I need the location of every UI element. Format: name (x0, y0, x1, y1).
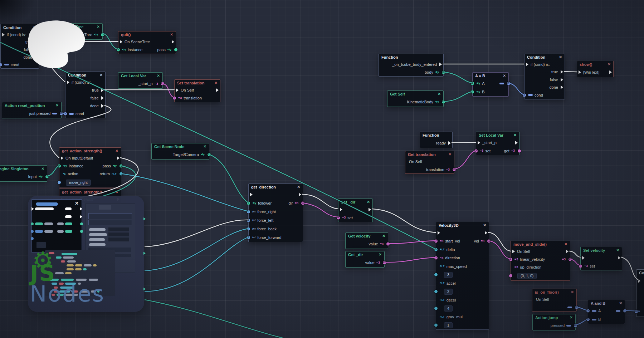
obj-out-port[interactable] (442, 71, 445, 74)
value-field[interactable]: 1 (444, 322, 453, 328)
obj-out-port[interactable] (45, 175, 49, 178)
obj-in-port[interactable] (247, 202, 250, 205)
obj-in-port[interactable] (117, 48, 120, 52)
exec-out-port[interactable] (566, 250, 569, 253)
exec-out-port[interactable] (101, 88, 104, 92)
exec-out-port[interactable] (101, 104, 104, 108)
exec-out-port[interactable] (216, 88, 219, 92)
flt-in-port[interactable] (434, 248, 438, 251)
flt-out-port[interactable] (119, 172, 123, 176)
exec-in-port[interactable] (582, 256, 585, 260)
close-icon[interactable]: ✕ (570, 316, 573, 319)
vec3-in-port[interactable] (509, 274, 512, 278)
exec-in-port[interactable] (340, 208, 342, 211)
vec3-out-port[interactable] (301, 202, 304, 205)
flt-in-port[interactable] (434, 273, 438, 276)
close-icon[interactable]: ✕ (116, 149, 118, 153)
node-get-velocity[interactable]: Get velocity✕value=3 (345, 232, 388, 249)
bool-out-port[interactable] (623, 309, 626, 313)
node-get-dir[interactable]: Get _dir✕value=3 (345, 251, 385, 268)
node-action-reset-position[interactable]: Action reset_position✕just pressed (2, 102, 62, 118)
obj-in-port[interactable] (471, 82, 474, 85)
node-move-and-slide[interactable]: move_and_slide()✕On Self=3linear_velocit… (511, 241, 570, 281)
node-get-local-var[interactable]: Get Local Var✕_start_p=3 (118, 72, 163, 89)
exec-out-port[interactable] (561, 78, 563, 82)
vec3-out-port[interactable] (487, 240, 491, 243)
close-icon[interactable]: ✕ (33, 26, 36, 29)
exec-in-port[interactable] (67, 80, 69, 84)
node-function-ready[interactable]: Function_ready (420, 132, 453, 148)
obj-in-port[interactable] (471, 90, 474, 94)
value-field[interactable]: 4 (444, 305, 453, 312)
vec3-out-port[interactable] (161, 82, 164, 85)
flt-in-port[interactable] (434, 324, 438, 327)
flt-in-port[interactable] (434, 307, 438, 310)
exec-in-port[interactable] (2, 33, 5, 36)
exec-out-port[interactable] (35, 48, 37, 52)
node-set-local-var[interactable]: Set Local Var✕_start_p=3setget=3 (476, 132, 519, 155)
value-field[interactable]: 3 (444, 272, 453, 278)
vec3-in-port[interactable] (474, 149, 478, 152)
obj-out-port[interactable] (442, 101, 445, 104)
exec-out-port[interactable] (439, 63, 442, 66)
exec-out-port[interactable] (35, 40, 37, 44)
bool-in-port[interactable] (523, 93, 526, 97)
close-icon[interactable]: ✕ (503, 74, 506, 78)
node-quit[interactable]: quit()✕On SceneTree⊲yinstancepass⊲y (118, 31, 176, 54)
exec-in-port[interactable] (638, 279, 640, 283)
close-icon[interactable]: ✕ (608, 63, 611, 66)
obj-out-port[interactable] (174, 48, 177, 52)
int-in-port[interactable] (247, 210, 250, 214)
int-in-port[interactable] (247, 219, 250, 222)
node-set-translation[interactable]: Set translation✕On Self=3translation (174, 79, 220, 102)
bool-in-port[interactable] (635, 310, 638, 313)
bool-out-port[interactable] (575, 306, 578, 309)
node-condition-1[interactable]: Condition✕if (cond) is:truefalsedonecond (0, 24, 39, 69)
node-get-scene-node[interactable]: Get Scene Node✕Target/Camera⊲y (151, 143, 209, 160)
close-icon[interactable]: ✕ (616, 249, 619, 252)
obj-out-port[interactable] (101, 33, 104, 36)
node-get-scene-tree[interactable]: Get Scene Tree✕Scene Tree⊲y (52, 23, 103, 40)
close-icon[interactable]: ✕ (367, 200, 370, 204)
close-icon[interactable]: ✕ (559, 55, 562, 59)
close-icon[interactable]: ✕ (438, 92, 441, 96)
exec-out-port[interactable] (561, 85, 563, 89)
node-condition-2[interactable]: Condition✕if (cond) is:truefalsedonecond (65, 72, 106, 118)
int-in-port[interactable] (247, 236, 250, 239)
vec3-in-port[interactable] (509, 258, 512, 261)
exec-in-port[interactable] (512, 250, 515, 253)
exec-out-port[interactable] (485, 231, 487, 235)
exec-in-port[interactable] (579, 70, 581, 74)
node-engine-singleton[interactable]: Engine Singleton✕Input⊲y (0, 165, 47, 182)
close-icon[interactable]: ✕ (157, 74, 160, 78)
exec-in-port[interactable] (61, 156, 63, 160)
vec3-in-port[interactable] (579, 264, 582, 268)
node-show[interactable]: show()✕[WinText] (577, 61, 614, 77)
close-icon[interactable]: ✕ (379, 253, 382, 256)
close-icon[interactable]: ✕ (571, 290, 574, 294)
exec-in-port[interactable] (478, 141, 480, 144)
bool-in-port[interactable] (586, 309, 590, 313)
node-set-velocity[interactable]: Set velocity✕=3set (580, 247, 622, 270)
vec3-out-port[interactable] (518, 149, 521, 152)
bool-out-port[interactable] (507, 82, 510, 85)
vec3-out-port[interactable] (383, 261, 386, 264)
exec-out-port[interactable] (618, 256, 620, 260)
node-get-action-strength-1[interactable]: get_action_strength()✕On InputDefault⊲yi… (59, 147, 121, 187)
node-partial-right[interactable]: Co (636, 269, 644, 317)
node-condition-3[interactable]: Condition✕if (cond) is:truefalsedonecond (524, 54, 565, 99)
bool-in-port[interactable] (64, 112, 67, 116)
obj-out-port[interactable] (119, 165, 123, 168)
close-icon[interactable]: ✕ (42, 167, 44, 171)
close-icon[interactable]: ✕ (382, 234, 385, 238)
exec-out-port[interactable] (369, 208, 371, 211)
exec-in-port[interactable] (120, 40, 122, 44)
node-action-jump[interactable]: Action jump✕pressed (532, 314, 576, 330)
exec-out-port[interactable] (299, 193, 301, 196)
exec-in-port[interactable] (526, 63, 528, 66)
node-a-and-b[interactable]: A and B✕AB (588, 300, 625, 324)
exec-out-port[interactable] (101, 96, 104, 100)
node-get-self[interactable]: Get Self✕KinematicBody⊲y (387, 90, 444, 107)
close-icon[interactable]: ✕ (100, 73, 103, 77)
vec3-out-port[interactable] (569, 258, 572, 261)
